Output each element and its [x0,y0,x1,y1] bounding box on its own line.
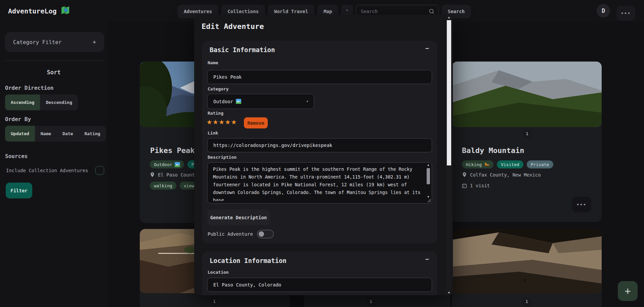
location-information-section: Location Information − Location [202,252,437,295]
visited-badge: Visited [497,160,523,168]
description-label: Description [208,155,237,160]
baldy-mountain-image [452,62,602,127]
boot-icon [484,162,489,167]
card-visits: 1 visit [470,183,490,188]
card-more-button[interactable]: ••• [572,197,591,212]
card-visits-row: 1 visit [462,183,490,188]
scroll-up-icon[interactable]: ▲ [427,163,430,166]
card-dunes: 1 [452,229,602,307]
logo[interactable]: AdventureLog [8,6,70,16]
modal-scrollbar[interactable]: ▲ ▼ [446,15,452,295]
basic-information-heading: Basic Information [210,46,275,53]
textarea-scroll-thumb[interactable] [427,168,430,184]
card-location: Colfax County, New Mexico [470,172,541,178]
textarea-scrollbar[interactable]: ▲ ▼ [426,163,431,198]
add-adventure-button[interactable]: + [618,281,638,301]
basic-information-section: Basic Information − Name Category Outdoo… [202,41,437,243]
logo-text: AdventureLog [8,7,57,15]
rating-label: Rating [208,111,223,116]
include-collections-row: Include Collection Adventures [6,166,104,175]
category-badge: Outdoor [150,160,184,168]
park-icon [175,162,180,167]
scroll-down-icon[interactable]: ▼ [446,291,452,294]
modal-scroll-thumb[interactable] [447,20,451,165]
name-label: Name [208,60,218,65]
generate-description-button[interactable]: Generate Description [207,209,270,225]
category-value: Outdoor [213,99,233,104]
link-label: Link [208,130,218,136]
card-location-row: Colfax County, New Mexico [462,172,541,178]
plus-icon: + [93,39,96,45]
adventurelog-app: AdventureLog Adventures Collections Worl… [0,0,644,307]
filter-button[interactable]: Filter [6,183,32,198]
collapse-icon[interactable]: − [425,45,429,52]
pin-icon [462,172,467,178]
order-direction-label: Order Direction [5,85,54,91]
park-icon [236,99,241,104]
card-baldy-mountain: 1 Baldy Mountain Hiking Visited Private … [452,62,602,222]
sources-label: Sources [5,153,28,159]
sidebar-divider [5,61,104,61]
resize-grip-icon[interactable] [427,198,431,202]
rating-stars[interactable]: ★★★★★ [207,117,237,126]
navbar-more-button[interactable]: ••• [616,6,635,21]
edit-adventure-modal: Edit Adventure Basic Information − Name … [194,15,453,295]
pin-icon [150,172,155,178]
scroll-up-icon[interactable]: ▲ [446,16,452,19]
sidebar: Category Filter + Sort Order Direction A… [0,22,108,307]
order-by-rating[interactable]: Rating [79,126,106,142]
name-input[interactable] [207,70,432,84]
sort-heading: Sort [0,69,108,76]
category-select[interactable]: Outdoor ▾ [207,94,314,109]
image-count-badge: 1 [522,297,531,306]
public-adventure-label: Public Adventure [208,231,253,237]
descending-button[interactable]: Descending [40,94,78,110]
image-count-badge: 1 [210,297,219,306]
card-title: Pikes Peak [150,146,195,155]
ascending-button[interactable]: Ascending [5,94,40,110]
calendar-icon [462,183,467,188]
order-by-label: Order By [5,116,31,122]
order-by-date[interactable]: Date [57,126,79,142]
private-badge: Private [527,160,553,168]
remove-rating-button[interactable]: Remove [244,117,268,128]
image-count-badge: 1 [367,297,375,306]
scroll-down-icon[interactable]: ▼ [427,195,430,198]
order-by-group: Updated Name Date Rating [5,126,106,142]
location-information-heading: Location Information [210,257,287,264]
card-badges: Hiking Visited Private [462,160,553,168]
category-filter-label: Category Filter [13,39,62,45]
link-input[interactable] [207,138,432,152]
order-direction-group: Ascending Descending [5,94,78,110]
order-by-updated[interactable]: Updated [5,126,35,142]
order-by-name[interactable]: Name [35,126,57,142]
include-collections-label: Include Collection Adventures [6,168,88,173]
card-tags: walking views [150,182,201,190]
user-avatar[interactable]: D [597,4,610,17]
include-collections-checkbox[interactable] [95,166,104,175]
category-badge-label: Outdoor [154,162,172,167]
description-textarea[interactable]: Pikes Peak is the highest summit of the … [207,162,432,203]
description-text: Pikes Peak is the highest summit of the … [213,165,422,201]
image-count-badge: 1 [523,129,531,138]
category-filter-panel[interactable]: Category Filter + [5,32,104,52]
public-adventure-toggle[interactable] [257,230,274,238]
location-input[interactable] [207,278,432,292]
collapse-icon[interactable]: − [425,256,429,263]
toggle-knob [259,231,264,237]
card-title: Baldy Mountain [462,146,524,155]
category-badge: Hiking [462,160,493,168]
tag-pill: walking [150,182,176,190]
dunes-image [452,229,602,293]
modal-title: Edit Adventure [202,22,264,31]
category-label: Category [208,86,229,91]
map-icon [61,6,70,16]
category-badge-label: Hiking [466,162,482,167]
public-adventure-row: Public Adventure [208,230,274,238]
location-label: Location [208,270,229,275]
chevron-down-icon: ▾ [306,99,308,104]
